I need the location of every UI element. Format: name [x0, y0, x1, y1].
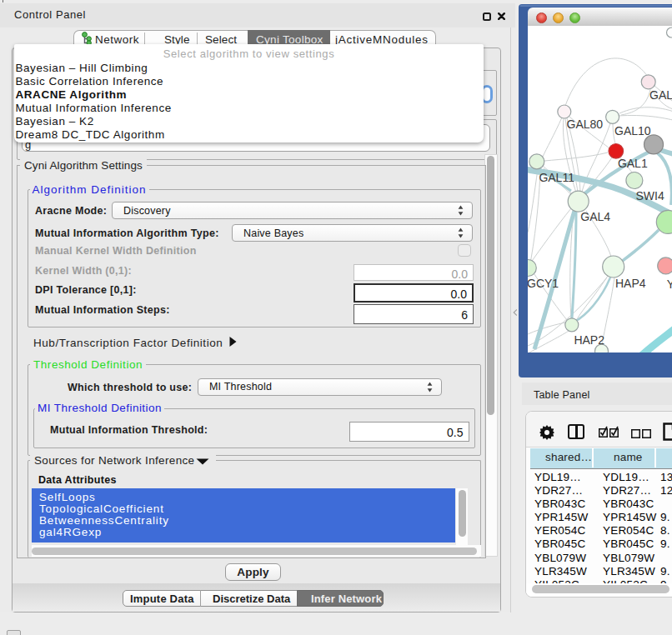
svg-text:GAL80: GAL80 [567, 118, 604, 131]
svg-text:SWI4: SWI4 [636, 189, 664, 202]
svg-text:HAP4: HAP4 [615, 277, 646, 290]
svg-text:GAL7: GAL7 [649, 88, 672, 102]
svg-text:GAL11: GAL11 [539, 171, 574, 184]
svg-text:HAP2: HAP2 [574, 333, 604, 347]
svg-text:GCY1: GCY1 [528, 277, 559, 290]
svg-text:GAL4: GAL4 [580, 210, 610, 223]
svg-text:GAL1: GAL1 [618, 157, 648, 170]
svg-text:Y: Y [667, 278, 672, 291]
svg-text:GAL10: GAL10 [614, 124, 651, 138]
